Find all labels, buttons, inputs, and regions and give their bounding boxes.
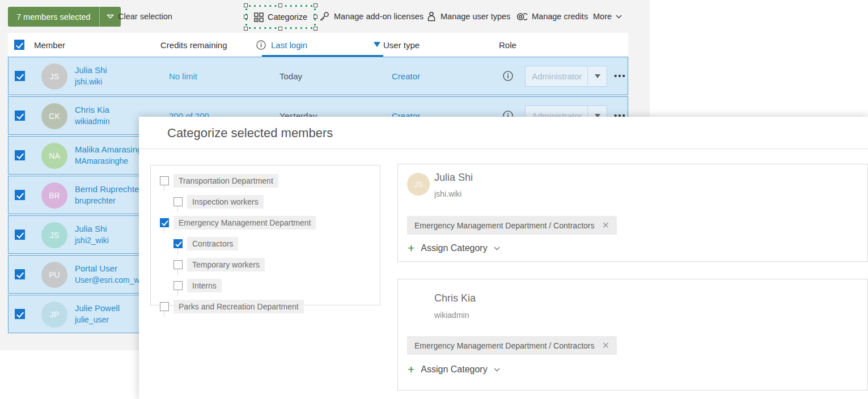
category-checkbox[interactable] xyxy=(173,281,183,290)
avatar-initials: JP xyxy=(50,310,59,319)
avatar-initials: JS xyxy=(50,231,59,240)
credits-remaining-value: No limit xyxy=(169,57,197,95)
category-label[interactable]: Parks and Recreation Department xyxy=(173,300,304,313)
category-checkbox[interactable] xyxy=(160,302,169,311)
category-label[interactable]: Contractors xyxy=(187,237,238,251)
member-name-link[interactable]: Portal User xyxy=(75,262,147,274)
column-last-login[interactable]: Last login xyxy=(271,33,307,57)
more-menu-button[interactable]: More xyxy=(593,0,622,33)
member-username-link[interactable]: julie_user xyxy=(75,314,120,326)
category-item: Transportation Department xyxy=(160,174,380,188)
member-name-link[interactable]: Julia Shi xyxy=(75,223,109,235)
member-name-link[interactable]: Julie Powell xyxy=(75,302,120,314)
categorize-icon xyxy=(254,12,264,22)
category-checkbox[interactable] xyxy=(173,239,183,248)
remove-tag-icon[interactable]: ✕ xyxy=(602,220,609,231)
manage-addon-licenses-label: Manage add-on licenses xyxy=(334,12,424,21)
manage-credits-button[interactable]: Manage credits xyxy=(516,0,588,33)
user-type-link[interactable]: Creator xyxy=(392,57,420,95)
member-name-link[interactable]: Julia Shi xyxy=(75,64,107,76)
remove-tag-icon[interactable]: ✕ xyxy=(602,340,609,351)
categorize-button[interactable]: Categorize xyxy=(250,9,311,26)
category-checkbox[interactable] xyxy=(160,218,169,227)
row-checkbox[interactable] xyxy=(15,111,25,121)
category-label[interactable]: Emergency Management Department xyxy=(173,216,316,230)
member-row[interactable]: JS Julia Shi jshi.wiki No limit Today Cr… xyxy=(8,57,628,95)
member-name-link[interactable]: Bernd Ruprechter xyxy=(75,183,142,195)
category-label[interactable]: Transportation Department xyxy=(173,174,278,188)
member-avatar: NA xyxy=(41,143,67,169)
info-icon[interactable] xyxy=(256,40,266,52)
member-table-header: Member Credits remaining Last login User… xyxy=(8,33,628,57)
dialog-title: Categorize selected members xyxy=(167,126,333,141)
member-name-link[interactable]: Chris Kia xyxy=(75,104,109,116)
member-username-link[interactable]: bruprechter xyxy=(75,195,142,207)
select-all-checkbox[interactable] xyxy=(14,40,24,50)
assign-category-button[interactable]: + Assign Category xyxy=(408,364,500,375)
category-label[interactable]: Temporary workers xyxy=(187,258,265,271)
category-item: Emergency Management Department xyxy=(160,216,380,230)
members-page: 7 members selected Clear selection Categ… xyxy=(0,0,868,399)
assign-category-button[interactable]: + Assign Category xyxy=(408,243,500,253)
selection-toolbar: 7 members selected Clear selection Categ… xyxy=(0,0,650,33)
plus-icon: + xyxy=(408,364,414,375)
categorize-dialog: Categorize selected members Transportati… xyxy=(139,117,868,399)
row-actions-menu[interactable]: ••• xyxy=(614,71,626,80)
category-tree-panel: Transportation Department Inspection wor… xyxy=(150,165,380,305)
member-avatar: JS xyxy=(41,222,67,248)
member-avatar: JS xyxy=(41,63,67,90)
member-avatar: JS xyxy=(407,173,430,196)
categorize-label: Categorize xyxy=(268,12,307,22)
chevron-down-icon xyxy=(107,14,114,19)
card-member-name: Julia Shi xyxy=(434,172,473,184)
dialog-divider xyxy=(139,148,868,149)
role-info-icon[interactable] xyxy=(503,71,513,83)
credits-icon xyxy=(516,12,527,22)
card-member-username: wikiadmin xyxy=(434,311,469,320)
clear-selection-link[interactable]: Clear selection xyxy=(118,0,172,33)
chevron-down-icon xyxy=(494,247,500,251)
row-checkbox[interactable] xyxy=(15,71,25,81)
manage-user-types-button[interactable]: Manage user types xyxy=(427,0,510,33)
last-login-value: Today xyxy=(280,57,302,95)
avatar-initials: NA xyxy=(49,151,60,160)
sort-descending-icon[interactable] xyxy=(374,42,380,47)
category-checkbox[interactable] xyxy=(160,176,169,185)
row-checkbox[interactable] xyxy=(15,269,25,279)
more-label: More xyxy=(593,12,612,21)
category-item: Contractors xyxy=(173,237,380,251)
members-selected-button[interactable]: 7 members selected xyxy=(8,7,121,27)
row-checkbox[interactable] xyxy=(15,309,25,319)
manage-addon-licenses-button[interactable]: Manage add-on licenses xyxy=(319,0,424,33)
member-card: Chris Kia wikiadmin Emergency Management… xyxy=(397,279,868,390)
row-checkbox[interactable] xyxy=(15,150,25,160)
member-username-link[interactable]: User@esri.com_wiki xyxy=(75,274,147,286)
category-tag: Emergency Management Department / Contra… xyxy=(407,336,617,355)
column-credits-remaining[interactable]: Credits remaining xyxy=(160,33,227,57)
member-username-link[interactable]: wikiadmin xyxy=(75,116,109,128)
member-avatar: PU xyxy=(41,262,67,288)
person-icon xyxy=(427,11,436,22)
role-select-disabled[interactable]: Administrator xyxy=(525,66,607,87)
column-role[interactable]: Role xyxy=(499,33,516,57)
member-avatar: BR xyxy=(41,182,67,209)
category-checkbox[interactable] xyxy=(173,260,183,269)
member-username-link[interactable]: jshi.wiki xyxy=(75,76,107,88)
column-member[interactable]: Member xyxy=(34,33,65,57)
category-tag-label: Emergency Management Department / Contra… xyxy=(414,221,594,230)
chevron-down-icon xyxy=(616,15,622,19)
category-checkbox[interactable] xyxy=(173,197,183,206)
member-username-link[interactable]: jshi2_wiki xyxy=(75,235,109,247)
avatar-initials: BR xyxy=(49,191,60,200)
column-user-type[interactable]: User type xyxy=(383,33,420,57)
card-member-username: jshi.wiki xyxy=(434,189,461,198)
manage-credits-label: Manage credits xyxy=(532,12,588,21)
category-label[interactable]: Inspection workers xyxy=(187,195,264,209)
category-item: Inspection workers xyxy=(173,195,380,209)
category-label[interactable]: Interns xyxy=(187,279,222,292)
card-member-name: Chris Kia xyxy=(434,292,476,304)
row-checkbox[interactable] xyxy=(15,230,25,240)
key-icon xyxy=(319,11,329,22)
row-checkbox[interactable] xyxy=(15,190,25,200)
members-selected-dropdown[interactable] xyxy=(99,7,121,27)
